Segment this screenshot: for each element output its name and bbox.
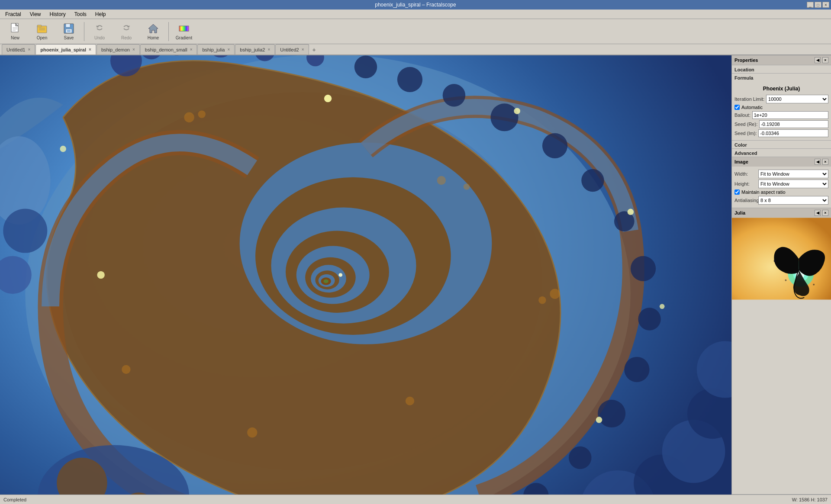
formula-title-label[interactable]: Formula	[732, 74, 831, 81]
image-close-btn[interactable]: ×	[822, 159, 828, 165]
tab-label: bship_julia	[202, 47, 225, 52]
iteration-limit-label: Iteration Limit:	[734, 96, 764, 102]
svg-rect-12	[67, 30, 71, 32]
tab-bship-demon-small[interactable]: bship_demon_small ×	[140, 44, 197, 55]
menubar: Fractal View History Tools Help	[0, 10, 831, 19]
image-expand-btn[interactable]: ◀	[815, 159, 821, 165]
properties-close-btn[interactable]: ×	[822, 57, 828, 63]
svg-point-72	[464, 183, 470, 190]
height-row: Height: Fit to Window 600 768 1080	[734, 180, 828, 188]
redo-button[interactable]: Redo	[114, 20, 139, 43]
advanced-section: Advanced	[732, 149, 831, 157]
svg-point-39	[542, 133, 567, 158]
menu-history[interactable]: History	[46, 10, 69, 18]
canvas-area[interactable]	[0, 55, 731, 494]
save-button[interactable]: Save	[56, 20, 81, 43]
properties-header-controls[interactable]: ◀ ×	[815, 57, 828, 63]
antialiasing-row: Antialiasing 8 x 8 None 2 x 2 4 x 4	[734, 196, 828, 205]
tab-untitled2[interactable]: Untitled2 ×	[275, 44, 309, 55]
bailout-value[interactable]: 1e+20	[752, 111, 828, 119]
svg-point-54	[338, 273, 342, 277]
open-icon	[36, 22, 48, 35]
menu-tools[interactable]: Tools	[71, 10, 90, 18]
svg-point-52	[596, 417, 602, 423]
status-dimensions: W: 1586 H: 1037	[792, 497, 828, 502]
properties-title: Properties	[734, 58, 758, 63]
tab-close-untitled1[interactable]: ×	[28, 47, 30, 52]
properties-panel: Properties ◀ × Location Formula Phoenix …	[731, 55, 831, 494]
undo-button[interactable]: Undo	[87, 20, 112, 43]
properties-expand-btn[interactable]: ◀	[815, 57, 821, 63]
julia-header: Julia ◀ ×	[732, 208, 831, 218]
iteration-limit-select[interactable]: 10000 1000 5000 50000	[766, 95, 828, 103]
bailout-label: Bailout:	[734, 112, 750, 118]
svg-point-51	[660, 304, 665, 309]
home-label: Home	[148, 35, 159, 40]
tab-bship-demon[interactable]: bship_demon ×	[97, 44, 140, 55]
window-controls[interactable]: _ □ ×	[807, 2, 829, 8]
open-button[interactable]: Open	[29, 20, 55, 43]
julia-expand-btn[interactable]: ◀	[815, 210, 821, 216]
tab-close-bship-demon-small[interactable]: ×	[190, 47, 193, 52]
undo-label: Undo	[94, 35, 105, 40]
julia-header-controls[interactable]: ◀ ×	[815, 210, 828, 216]
svg-point-49	[514, 108, 520, 114]
formula-content: Phoenix (Julia) Iteration Limit: 10000 1…	[732, 81, 831, 140]
svg-rect-6	[37, 25, 42, 27]
gradient-icon	[178, 22, 190, 35]
main-layout: Properties ◀ × Location Formula Phoenix …	[0, 55, 831, 494]
fractal-svg	[0, 55, 731, 494]
color-title[interactable]: Color	[732, 141, 831, 148]
tab-close-untitled2[interactable]: ×	[302, 47, 304, 52]
new-button[interactable]: New	[3, 20, 28, 43]
svg-point-38	[490, 103, 518, 131]
maximize-button[interactable]: □	[815, 2, 821, 8]
image-header-controls[interactable]: ◀ ×	[815, 159, 828, 165]
julia-preview[interactable]	[732, 218, 831, 300]
svg-point-36	[397, 67, 422, 92]
image-content: Width: Fit to Window 800 1024 1920 Heigh…	[732, 167, 831, 208]
svg-point-73	[550, 289, 560, 299]
width-select[interactable]: Fit to Window 800 1024 1920	[758, 170, 828, 178]
toolbar: New Open Save	[0, 19, 831, 44]
svg-point-56	[60, 146, 66, 152]
home-button[interactable]: Home	[141, 20, 166, 43]
maintain-aspect-label: Maintain aspect ratio	[741, 189, 786, 195]
tab-close-bship-julia[interactable]: ×	[227, 47, 230, 52]
bailout-row: Bailout: 1e+20	[734, 111, 828, 119]
seed-im-row: Seed (Im): -0.03346	[734, 129, 828, 137]
seed-im-value[interactable]: -0.03346	[758, 129, 828, 137]
tab-label: bship_julia2	[240, 47, 265, 52]
seed-re-value[interactable]: -0.19208	[759, 120, 828, 128]
color-section: Color	[732, 141, 831, 149]
tab-bship-julia2[interactable]: bship_julia2 ×	[235, 44, 275, 55]
properties-header: Properties ◀ ×	[732, 55, 831, 65]
fractal-display[interactable]	[0, 55, 731, 494]
tab-phoenix-julia-spiral[interactable]: phoenix_julia_spiral ×	[35, 44, 96, 55]
menu-help[interactable]: Help	[92, 10, 110, 18]
svg-point-77	[122, 365, 130, 374]
maintain-aspect-checkbox[interactable]	[734, 189, 740, 195]
menu-view[interactable]: View	[26, 10, 45, 18]
minimize-button[interactable]: _	[807, 2, 814, 8]
menu-fractal[interactable]: Fractal	[2, 10, 25, 18]
tab-close-bship-demon[interactable]: ×	[132, 47, 135, 52]
close-button[interactable]: ×	[822, 2, 829, 8]
location-title[interactable]: Location	[732, 65, 831, 73]
tab-untitled1[interactable]: Untitled1 ×	[2, 44, 35, 55]
svg-point-69	[184, 112, 194, 122]
julia-close-btn[interactable]: ×	[822, 210, 828, 216]
status-text: Completed	[3, 497, 26, 502]
automatic-checkbox[interactable]	[734, 105, 740, 110]
advanced-title[interactable]: Advanced	[732, 149, 831, 157]
gradient-button[interactable]: Gradient	[171, 20, 196, 43]
antialiasing-select[interactable]: 8 x 8 None 2 x 2 4 x 4	[758, 196, 828, 205]
height-select[interactable]: Fit to Window 600 768 1080	[758, 180, 828, 188]
tab-close-bship-julia2[interactable]: ×	[267, 47, 270, 52]
tab-label: Untitled1	[6, 47, 25, 52]
tab-add-button[interactable]: +	[309, 45, 319, 55]
tab-bship-julia[interactable]: bship_julia ×	[197, 44, 235, 55]
automatic-label: Automatic	[741, 105, 763, 110]
tab-close-phoenix[interactable]: ×	[89, 47, 91, 52]
svg-point-43	[638, 308, 660, 330]
